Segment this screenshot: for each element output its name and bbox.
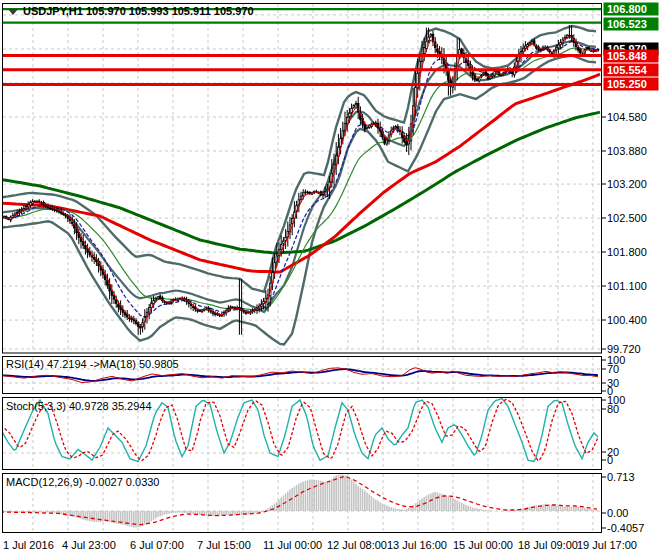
candle-body [157,297,159,299]
candle-body [298,200,300,205]
candle-body [63,214,65,215]
price-axis-label: 100.400 [607,314,647,326]
candle-body [344,123,346,130]
candle-body [564,37,566,39]
chart-canvas[interactable]: 104.580103.880103.200102.500101.800101.1… [0,0,660,560]
candle-body [437,49,439,52]
candle-body [302,193,304,196]
candle-body [219,315,221,316]
candle-body [93,258,95,260]
stoch-indicator-label: Stoch(5,3,3) 40.9728 35.2944 [6,400,152,412]
trading-chart-window: 104.580103.880103.200102.500101.800101.1… [0,0,660,560]
price-axis-label: 104.580 [607,111,647,123]
time-axis-label[interactable]: 18 Jul 09:00 [518,539,578,551]
price-badge-label: 105.250 [607,78,647,90]
time-axis-label[interactable]: 4 Jul 23:00 [62,539,116,551]
candle-body [280,244,282,249]
candle-body [500,75,502,76]
price-axis-label: 101.100 [607,280,647,292]
time-axis-label[interactable]: 1 Jul 2016 [3,539,54,551]
candle-body [472,72,474,76]
candle-body [91,256,93,257]
candle-body [124,313,126,316]
macd-indicator-label: MACD(12,26,9) -0.0027 0.0330 [6,476,159,488]
macd-axis-label: 0.713 [607,471,635,483]
price-axis[interactable]: 104.580103.880103.200102.500101.800101.1… [601,3,659,535]
candle-body [283,241,285,244]
price-badge-label: 105.554 [607,64,648,76]
chart-title-symbol: USDJPY,H1 [23,5,83,17]
candle-body [8,219,10,220]
time-axis-label[interactable]: 12 Jul 08:00 [327,539,387,551]
time-axis-label[interactable]: 13 Jul 16:00 [387,539,447,551]
candle-body [478,78,480,81]
price-badge-label: 105.848 [607,50,647,62]
candle-body [540,50,542,51]
stoch-axis-label: 0 [607,454,613,466]
candle-body [118,304,120,307]
candle-body [569,35,571,36]
time-axis-label[interactable]: 7 Jul 15:00 [197,539,251,551]
time-axis-label[interactable]: 11 Jul 00:00 [263,539,322,551]
price-axis-label: 102.500 [607,212,647,224]
candle-body [428,37,430,42]
time-axis-label[interactable]: 15 Jul 00:00 [453,539,513,551]
candle-body [476,79,478,80]
candle-body [305,192,307,193]
candle-body [395,126,397,128]
candle-body [155,299,157,301]
candle-body [426,42,428,49]
candle-body [346,117,348,123]
macd-axis-label: 0.00 [607,507,628,519]
candle-body [159,296,161,299]
candle-body [199,310,201,311]
price-badge-label: 106.523 [607,18,647,30]
candle-body [113,295,115,299]
candle-body [322,194,324,195]
candle-body [276,256,278,262]
candle-body [129,318,131,319]
candle-body [54,210,56,211]
candle-body [115,300,117,304]
candle-body [430,35,432,36]
candle-body [353,106,355,108]
candle-body [307,192,309,193]
candle-body [461,49,463,53]
time-axis-label[interactable]: 19 Jul 17:00 [577,539,637,551]
candle-body [408,141,410,144]
candle-body [393,128,395,130]
macd-axis-label: -0.4057 [607,522,644,534]
chart-title-ohlc: 105.970 105.993 105.911 105.970 [86,5,254,17]
candle-body [300,196,302,199]
price-axis-label: 103.200 [607,178,647,190]
price-axis-label: 101.800 [607,246,647,258]
candle-body [140,327,142,329]
price-axis-label: 103.880 [607,145,647,157]
candle-body [364,125,366,130]
candle-body [111,291,113,295]
candle-body [278,249,280,256]
candle-body [525,46,527,48]
candle-body [49,208,51,209]
candle-body [192,307,194,308]
rsi-axis-label: 70 [607,363,619,375]
candle-body [384,138,386,144]
time-axis[interactable]: 1 Jul 20164 Jul 23:006 Jul 07:007 Jul 15… [3,539,637,551]
candle-body [197,310,199,311]
rsi-indicator-label: RSI(14) 47.2194 ->MA(18) 50.9805 [6,358,179,370]
candle-body [366,128,368,129]
candle-body [423,48,425,54]
stoch-axis-label: 80 [607,403,619,415]
candle-body [577,47,579,50]
time-axis-label[interactable]: 6 Jul 07:00 [130,539,184,551]
price-badge-label: 106.800 [607,3,647,15]
candle-body [351,108,353,113]
candle-body [355,103,357,105]
candle-body [349,113,351,117]
candle-body [406,141,408,145]
candle-body [386,140,388,144]
